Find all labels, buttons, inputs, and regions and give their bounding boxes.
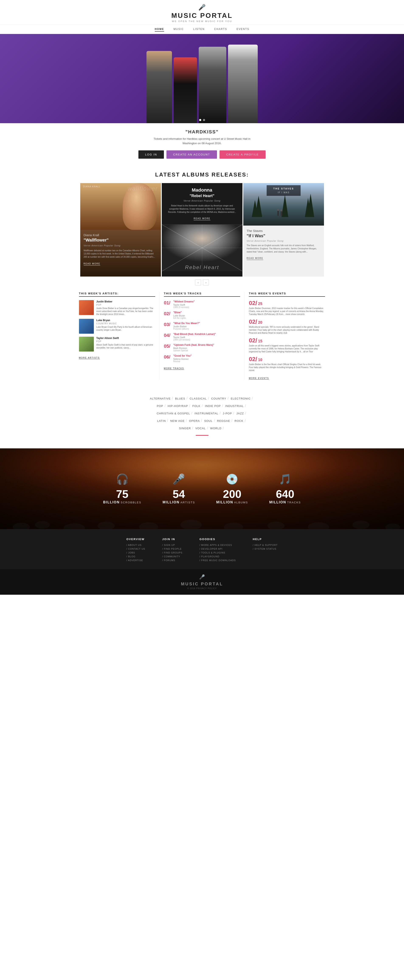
carousel-next[interactable]: › (203, 280, 209, 285)
more-artists-link[interactable]: MORE ARTISTS (79, 356, 100, 359)
event-month-2: 20 (258, 320, 262, 325)
more-tracks-link[interactable]: MORE TRACKS (164, 367, 184, 370)
artist-thumb-bryan (79, 319, 94, 334)
svg-rect-16 (267, 185, 301, 196)
genre-soul[interactable]: SOUL (204, 419, 213, 422)
dk-genre: Verve American Popular Song (84, 244, 157, 247)
genre-singer[interactable]: SINGER (179, 427, 191, 430)
genre-latin[interactable]: LATIN (157, 419, 166, 422)
create-account-button[interactable]: CREATE AN ACCOUNT (167, 150, 217, 159)
site-header: 🎤 MUSIC PORTAL WE OPEN THE NEW MUSIC FOR… (0, 0, 404, 25)
footer-link-find-groups[interactable]: FIND GROUPS (162, 551, 183, 554)
footer-link-find-people[interactable]: FIND PEOPLE (162, 547, 183, 550)
event-desc-4: Justin Bieber is the five Music chart Of… (249, 363, 325, 372)
dk-watermark: DIANA KRALL (83, 185, 101, 188)
footer-help-title: HELP (253, 538, 278, 541)
footer-link-tools[interactable]: TOOLS & PLUGINS (199, 551, 235, 554)
genre-jazz[interactable]: JAZZ (237, 412, 244, 415)
genre-alternative[interactable]: ALTERNATIVE (150, 397, 171, 400)
genre-country[interactable]: COUNTRY (211, 397, 226, 400)
events-heading: THIS WEEK'S EVENTS (249, 292, 325, 297)
svg-point-13 (277, 209, 279, 211)
stat-label-tracks: tracks (287, 501, 301, 504)
svg-point-29 (352, 520, 369, 529)
mic-icon: 🎤 (0, 4, 404, 11)
track-num-4: 04/ (164, 332, 171, 338)
footer-link-about[interactable]: ABOUT US (126, 544, 145, 546)
genre-folk[interactable]: FOLK (192, 404, 200, 407)
genre-instrumental[interactable]: INSTRUMENTAL (194, 412, 218, 415)
genre-jpop[interactable]: J-POP (223, 412, 232, 415)
track-artist-5: Mark Ronson (173, 347, 240, 349)
footer-link-free-music[interactable]: FREE MUSIC DOWNLOADS (199, 559, 235, 562)
event-date-4: 02/ (249, 356, 257, 362)
band-figure-2 (173, 57, 197, 123)
footer-link-playground[interactable]: PLAYGROUND (199, 555, 235, 558)
track-artist-2: Luke Bryan (173, 314, 240, 317)
genre-classical[interactable]: CLASSICAL (189, 397, 207, 400)
footer-link-help-support[interactable]: HELP & SUPPORT (253, 544, 278, 546)
genre-vocal[interactable]: VOCAL (195, 427, 206, 430)
genre-indie-pop[interactable]: INDIE POP (205, 404, 221, 407)
footer-link-jobs[interactable]: JOBS (126, 551, 145, 554)
genre-world[interactable]: WORLD (210, 427, 221, 430)
dk-read-more[interactable]: READ MORE (84, 262, 100, 266)
carousel-prev[interactable]: ‹ (195, 280, 201, 285)
svg-text:Rebel Heart: Rebel Heart (185, 264, 219, 270)
footer-link-apps[interactable]: MORE APPS & DEVICES (199, 544, 235, 546)
nav-home[interactable]: HOME (155, 28, 164, 32)
genre-electronic[interactable]: ELECTRONIC (231, 397, 251, 400)
site-title: MUSIC PORTAL (0, 12, 404, 19)
event-date-1: 02/ (249, 300, 257, 306)
hero-dot-2[interactable] (203, 119, 205, 121)
staves-read-more[interactable]: READ MORE (247, 257, 264, 260)
footer-link-advertise[interactable]: ADVERTISE (126, 559, 145, 562)
genre-pop[interactable]: POP (157, 404, 163, 407)
footer-link-community[interactable]: COMMUNITY (162, 555, 183, 558)
nav-charts[interactable]: CHARTS (214, 28, 227, 30)
create-profile-button[interactable]: CREATE A PROFILE (219, 150, 266, 159)
track-item-3: 03/ "What Do You Mean?" Justin Bieber Pu… (164, 322, 240, 330)
stat-unit-tracks: MILLION (269, 500, 286, 504)
genre-reggae[interactable]: REGGAE (217, 419, 230, 422)
footer-link-blog[interactable]: BLOG (126, 555, 145, 558)
artist-name-swift: Taylor Alison Swift (96, 337, 155, 340)
genre-christian[interactable]: CHRISTIAN & GOSPEL (157, 412, 190, 415)
footer-link-developer[interactable]: DEVELOPER API (199, 547, 235, 550)
hero-dot-1[interactable] (199, 119, 201, 121)
track-title-1: "Wildest Dreams" (173, 300, 240, 303)
footer-copyright: © 2016 PRIVACY POLICY (5, 587, 399, 590)
nav-events[interactable]: EVENTS (237, 28, 249, 30)
footer-link-system-status[interactable]: SYSTEM STATUS (253, 547, 278, 550)
nav-listen[interactable]: LISTEN (193, 28, 205, 30)
track-artist-1: Taylor Swift (173, 304, 240, 306)
genre-rock[interactable]: ROCK (235, 419, 243, 422)
genre-hiphop[interactable]: HIP-HOP/RAP (168, 404, 188, 407)
event-desc-3: Justin on all this week's biggest news s… (249, 344, 325, 353)
track-item-6: 06/ "Good for You" Selena Gomez Revival (164, 354, 240, 363)
main-nav: HOME MUSIC LISTEN CHARTS EVENTS (0, 25, 404, 34)
track-num-5: 05/ (164, 344, 171, 349)
site-tagline: WE OPEN THE NEW MUSIC FOR YOU (0, 20, 404, 22)
genre-industrial[interactable]: INDUSTRIAL (225, 404, 244, 407)
svg-text:IF I WAS: IF I WAS (278, 191, 289, 194)
events-column: THIS WEEK'S EVENTS 02/ 25 Justin Bieber … (244, 292, 329, 380)
stat-label-artists: artists (180, 501, 195, 504)
genre-blues[interactable]: BLUES (175, 397, 185, 400)
footer-link-signup[interactable]: SIGN UP (162, 544, 183, 546)
svg-text:THE STAVES: THE STAVES (273, 187, 294, 190)
track-num-2: 02/ (164, 311, 171, 317)
track-info-2: "Blow" Luke Bryan Kill the Lights (173, 311, 240, 319)
login-button[interactable]: LOG IN (138, 150, 164, 159)
staves-description: The Staves are an English acoustic folk … (247, 244, 321, 253)
footer-link-forums[interactable]: FORUMS (162, 559, 183, 562)
genre-opera[interactable]: OPERA (189, 419, 200, 422)
madonna-read-more[interactable]: READ MORE (194, 217, 210, 220)
genre-new-age[interactable]: NEW AGE (170, 419, 185, 422)
footer-link-contact[interactable]: CONTACT US (126, 547, 145, 550)
nav-music[interactable]: MUSIC (173, 28, 184, 30)
more-events-link[interactable]: MORE EVENTS (249, 377, 269, 380)
footer-col-goodies: GOODIES MORE APPS & DEVICES DEVELOPER AP… (199, 538, 235, 563)
svg-rect-14 (280, 211, 282, 216)
concert-section: 🎧 75 BILLION scrobbles 🎤 54 MILLION arti… (0, 449, 404, 529)
